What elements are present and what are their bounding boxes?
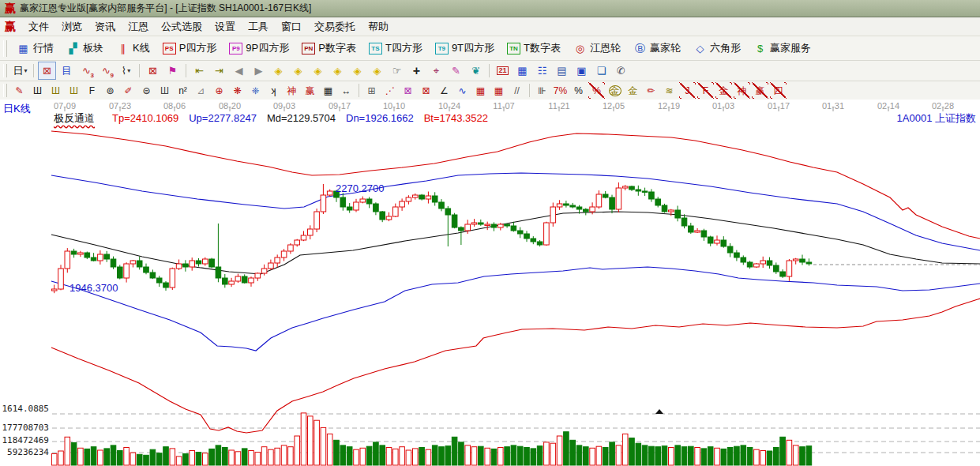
gold-comb2-icon[interactable]: Ш	[66, 82, 82, 99]
p-square-button[interactable]: PSP四方形	[156, 39, 223, 58]
nine-p-square-button[interactable]: P99P四方形	[223, 39, 295, 58]
ying-grid-icon[interactable]: 赢	[302, 82, 318, 99]
kline-canvas[interactable]: 2270.27001946.3700	[0, 100, 980, 466]
toolbar-grip[interactable]	[3, 64, 7, 78]
parallel-lines-icon[interactable]: //	[509, 82, 525, 99]
angle-pen-icon[interactable]: ✐	[120, 82, 137, 99]
toolbar-grip[interactable]	[3, 40, 7, 57]
fan-box-icon[interactable]: ⊠	[400, 82, 416, 99]
last-page-icon[interactable]: ⇥	[210, 62, 228, 80]
menu-help[interactable]: 帮助	[362, 18, 395, 36]
candle-style-icon[interactable]: ⌇▾	[117, 62, 135, 80]
table-icon[interactable]: ☷	[533, 62, 551, 80]
kline-button[interactable]: ∥K线	[110, 39, 156, 58]
ying-angle-icon[interactable]: 赢	[752, 82, 768, 99]
menu-trade-order[interactable]: 交易委托	[308, 18, 362, 36]
gold-level-icon[interactable]: 金	[625, 82, 641, 99]
next-page-icon[interactable]: ▶	[250, 62, 268, 80]
gold-angle-icon[interactable]: 金	[715, 82, 732, 99]
wave3-icon[interactable]: ∿3	[77, 62, 96, 80]
winner-service-button[interactable]: $赢家服务	[747, 39, 817, 58]
percent-line-icon[interactable]: %	[588, 82, 605, 99]
menu-formula-stock-pick[interactable]: 公式选股	[155, 18, 208, 36]
prev-page-icon[interactable]: ◀	[230, 62, 248, 80]
crosshair-tool-icon[interactable]: +	[407, 62, 426, 80]
four-angle-icon[interactable]: 四	[770, 82, 787, 99]
shen-angle-icon[interactable]: 神	[734, 82, 750, 99]
notes-icon[interactable]: ▤	[553, 62, 571, 80]
mirror-angle-icon[interactable]: ⊿	[193, 82, 209, 99]
hexagon-button[interactable]: ◇六角形	[687, 39, 747, 58]
circle-lines-icon[interactable]: ⊜	[138, 82, 155, 99]
red-pen-icon[interactable]: ✎	[11, 82, 28, 99]
k-quote-icon[interactable]: ʞ	[265, 82, 282, 99]
cross-box-icon[interactable]: ⊠	[144, 62, 162, 80]
pencil-angle-icon[interactable]: ∠	[436, 82, 452, 99]
first-page-icon[interactable]: ⇤	[190, 62, 208, 80]
diamond-expand-icon[interactable]: ◈	[348, 62, 366, 80]
menu-settings[interactable]: 设置	[208, 18, 242, 36]
percent-icon[interactable]: %	[570, 82, 587, 99]
menu-gann[interactable]: 江恩	[122, 18, 155, 36]
sector-button[interactable]: ▞板块	[60, 39, 110, 58]
j-angle-icon[interactable]: J	[679, 82, 696, 99]
web-box-icon[interactable]: ⊠	[418, 82, 434, 99]
save-icon[interactable]: ▣	[573, 62, 591, 80]
span-arrow-icon[interactable]: ↔	[338, 82, 355, 99]
ruler-icon[interactable]: ▦	[320, 82, 336, 99]
flag-icon[interactable]: ⚑	[163, 62, 182, 80]
comb2-icon[interactable]: Ш	[156, 82, 173, 99]
f-comb-icon[interactable]: F	[84, 82, 100, 99]
period-selector[interactable]: 日▾	[11, 62, 29, 80]
shen-grid-icon[interactable]: 神	[283, 82, 300, 99]
gold-wave-icon[interactable]: ≋	[661, 82, 678, 99]
t-square-button[interactable]: TST四方形	[362, 39, 429, 58]
bars-scale-icon[interactable]: ⊪	[534, 82, 550, 99]
p-number-table-button[interactable]: PNP数字表	[295, 39, 362, 58]
comb-icon[interactable]: Ш	[29, 82, 46, 99]
quote-button[interactable]: ▦行情	[10, 39, 60, 58]
wave9-icon[interactable]: ∿9	[97, 62, 115, 80]
wave-line-icon[interactable]: ∿	[454, 82, 471, 99]
brain-tool-icon[interactable]: ❦	[467, 62, 485, 80]
menu-browse[interactable]: 浏览	[55, 18, 88, 36]
calculator-icon[interactable]: ▦	[513, 62, 531, 80]
gold-comb-icon[interactable]: Ш	[47, 82, 64, 99]
diamond-left-icon[interactable]: ◈	[269, 62, 287, 80]
export-icon[interactable]: ❏	[592, 62, 610, 80]
blue-web-icon[interactable]: ❈	[247, 82, 264, 99]
menu-tools[interactable]: 工具	[242, 18, 275, 36]
diamond-right-icon[interactable]: ◈	[289, 62, 307, 80]
gann-web-icon[interactable]: ❋	[229, 82, 246, 99]
menu-window[interactable]: 窗口	[275, 18, 308, 36]
menu-file[interactable]: 文件	[22, 18, 55, 36]
diamond-full-icon[interactable]: ◈	[368, 62, 386, 80]
fan-lines-icon[interactable]: ⋰	[381, 82, 398, 99]
diamond-compress-icon[interactable]: ◈	[329, 62, 347, 80]
region-chart-icon[interactable]: ⊠	[38, 62, 56, 80]
red-grid2-icon[interactable]: ▦	[490, 82, 507, 99]
red-grid-icon[interactable]: ▦	[472, 82, 489, 99]
menu-news[interactable]: 资讯	[88, 18, 122, 36]
spiral-icon[interactable]: ⊚	[102, 82, 118, 99]
winner-wheel-button[interactable]: Ⓑ赢家轮	[627, 39, 687, 58]
n-square-icon[interactable]: n²	[175, 82, 191, 99]
t-number-table-button[interactable]: TNT数字表	[501, 39, 567, 58]
toolbar-grip[interactable]	[3, 84, 7, 96]
info-list-icon[interactable]: 目	[58, 62, 76, 80]
diamond-h-zoom-icon[interactable]: ◈	[309, 62, 327, 80]
measure-tool-icon[interactable]: ⌖	[427, 62, 445, 80]
seven-percent-icon[interactable]: 7%	[552, 82, 569, 99]
brush-icon[interactable]: ✏	[643, 82, 659, 99]
gann-wheel-button[interactable]: ◎江恩轮	[567, 39, 627, 58]
phone-icon[interactable]: ✆	[612, 62, 630, 80]
toolbar-button-label: 江恩轮	[590, 41, 621, 55]
f-angle-icon[interactable]: F	[697, 82, 714, 99]
draw-note-icon[interactable]: ✎	[447, 62, 465, 80]
circle-cross-icon[interactable]: ⊕	[211, 82, 227, 99]
gold-circle-icon[interactable]: 金	[606, 82, 623, 99]
nine-t-square-button[interactable]: T99T四方形	[429, 39, 501, 58]
calendar-icon[interactable]: 21	[494, 62, 512, 80]
hand-tool-icon[interactable]: ☞	[388, 62, 406, 80]
window-arrows-icon[interactable]: ⊞	[363, 82, 380, 99]
